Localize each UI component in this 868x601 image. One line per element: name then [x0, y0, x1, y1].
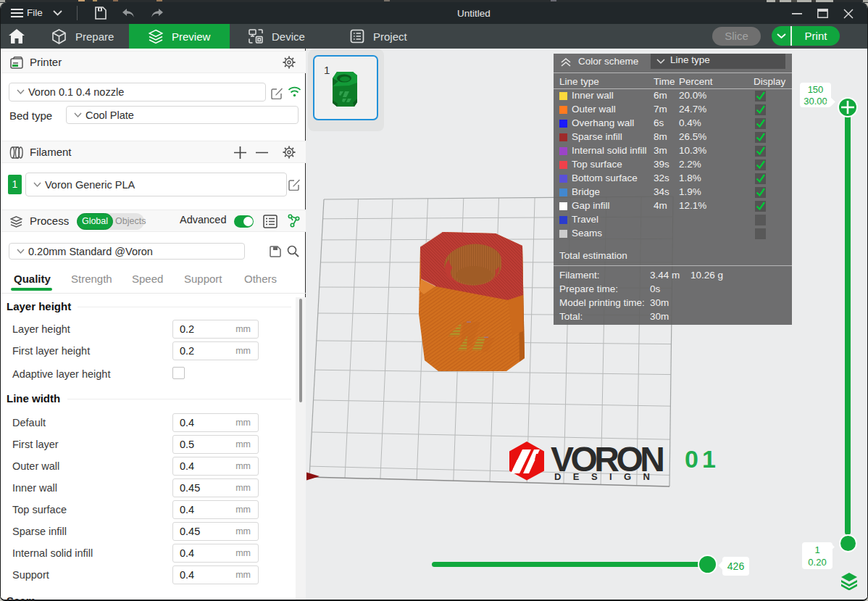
svg-text:DESIGN: DESIGN: [554, 471, 660, 482]
svg-text:01: 01: [685, 445, 719, 473]
